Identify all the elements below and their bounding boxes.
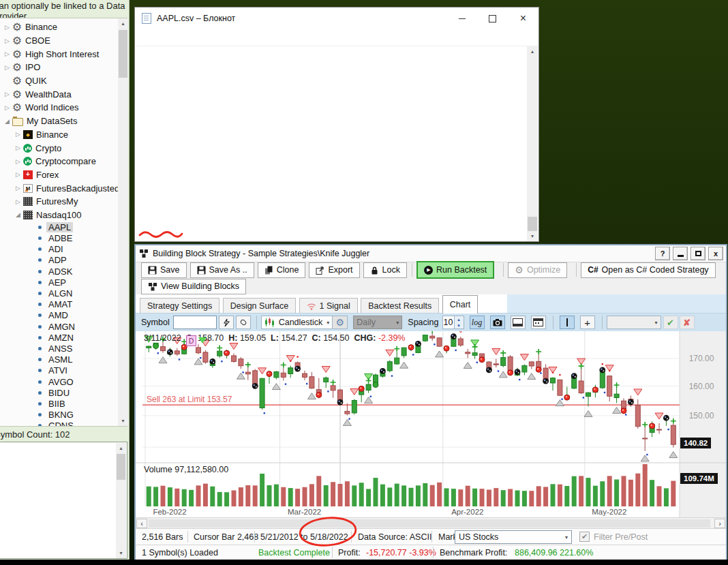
symbol-item[interactable]: AEP	[0, 277, 127, 288]
notepad-titlebar[interactable]: AAPL.csv – Блокнот ×	[135, 7, 539, 29]
tree-item[interactable]: ▷ FuturesMy	[0, 195, 127, 209]
clone-button[interactable]: Clone	[258, 262, 306, 278]
symbol-go-button[interactable]	[219, 316, 234, 329]
maximize-button[interactable]	[691, 247, 706, 260]
tree-expander-icon[interactable]: ▷	[2, 24, 12, 31]
tree-item[interactable]: ◢ My DataSets	[0, 114, 127, 128]
symbol-item[interactable]: ADBE	[0, 233, 127, 244]
add-indicator-button[interactable]: +	[580, 316, 595, 329]
symbol-item[interactable]: ASML	[0, 354, 127, 365]
symbol-item[interactable]: ADP	[0, 255, 127, 266]
symbol-item[interactable]: AMZN	[0, 332, 127, 343]
export-button[interactable]: Export	[309, 262, 359, 278]
tree-expander-icon[interactable]: ◢	[13, 211, 23, 218]
tab-chart[interactable]: Chart	[442, 295, 479, 314]
run-backtest-button[interactable]: ▶ Run Backtest	[416, 261, 494, 279]
tree-item[interactable]: ▷ Crypto	[0, 141, 127, 155]
help-button[interactable]: ?	[655, 247, 670, 260]
minimize-button[interactable]	[446, 8, 477, 29]
tree-item[interactable]: ▷ FuturesBackadjusted	[0, 181, 127, 195]
tree-item[interactable]: QUIK	[0, 74, 127, 88]
tree-expander-icon[interactable]: ▷	[13, 144, 23, 151]
scroll-down-icon[interactable]: ▾	[116, 548, 126, 558]
scroll-up-icon[interactable]: ▴	[527, 46, 538, 57]
spin-down-icon[interactable]: ▼	[455, 322, 464, 329]
scroll-left-icon[interactable]: ‹	[136, 519, 147, 528]
symbol-input[interactable]	[173, 316, 217, 329]
open-csharp-button[interactable]: C# Open as C# Coded Strategy	[581, 262, 715, 278]
snapshot-button[interactable]	[490, 316, 505, 329]
tree-item[interactable]: ▷ IPO	[0, 61, 127, 74]
tree-expander-icon[interactable]: ▷	[2, 64, 12, 71]
tree-item[interactable]: ▷ World Indices	[0, 101, 127, 114]
tab-design-surface[interactable]: Design Surface	[223, 298, 296, 314]
symbol-count-box[interactable]: ▴ ▾	[0, 442, 127, 559]
notepad-text[interactable]	[139, 47, 525, 241]
symbol-item[interactable]: BIDU	[0, 387, 127, 398]
close-button[interactable]: ×	[508, 8, 539, 29]
chart-style-dropdown[interactable]: Candlestick▾	[261, 316, 333, 329]
scroll-thumb[interactable]	[149, 519, 710, 528]
tree-expander-icon[interactable]: ▷	[2, 37, 12, 44]
spacing-stepper[interactable]: 10 ▲▼	[442, 316, 464, 329]
tree-expander-icon[interactable]: ▷	[2, 104, 12, 111]
top-panel-button[interactable]	[531, 316, 546, 329]
scroll-down-icon[interactable]: ▾	[527, 231, 538, 241]
cancel-button[interactable]: ✘	[680, 316, 695, 329]
lock-button[interactable]: Lock	[363, 262, 407, 278]
tree-item[interactable]: ◢ Nasdaq100	[0, 209, 127, 222]
symbol-item[interactable]: AVGO	[0, 376, 127, 387]
tree-expander-icon[interactable]: ▷	[13, 171, 23, 178]
tree-scroll-thumb[interactable]	[119, 30, 127, 78]
save-button[interactable]: Save	[141, 262, 187, 278]
tree-expander-icon[interactable]: ▷	[2, 91, 12, 97]
tree-scrollbar[interactable]: ▴ ▾	[118, 18, 128, 426]
tab-backtest-results[interactable]: Backtest Results	[361, 298, 439, 314]
tab-signal[interactable]: 1 Signal	[299, 298, 358, 314]
scroll-up-icon[interactable]: ▴	[116, 443, 126, 453]
tree-item[interactable]: ▷ CBOE	[0, 34, 127, 48]
tree-item[interactable]: ▷ High Short Interest	[0, 47, 127, 61]
symbol-item[interactable]: ADSK	[0, 266, 127, 277]
symbol-item[interactable]: ALGN	[0, 288, 127, 299]
tree-expander-icon[interactable]: ▷	[2, 50, 12, 57]
notepad-scrollbar[interactable]: ▴ ▾	[527, 46, 538, 241]
filter-prepost-checkbox[interactable]: ✔	[579, 532, 590, 542]
annotation-dropdown[interactable]: ▾	[607, 316, 661, 329]
scroll-up-icon[interactable]: ▴	[118, 18, 128, 29]
minimize-button[interactable]	[673, 247, 688, 260]
symbol-item[interactable]: AMGN	[0, 321, 127, 332]
symbol-item[interactable]: ADI	[0, 244, 127, 255]
tab-strategy-settings[interactable]: Strategy Settings	[140, 298, 219, 314]
tree-expander-icon[interactable]: ▷	[13, 131, 23, 138]
symbol-box-scrollbar[interactable]: ▴ ▾	[116, 443, 126, 558]
scale-dropdown[interactable]: Daily▾	[353, 316, 402, 329]
optimize-button[interactable]: ⚙ Optimize	[508, 262, 567, 278]
symbol-item[interactable]: BKNG	[0, 410, 127, 421]
symbol-item[interactable]: CDNS	[0, 421, 127, 427]
tree-expander-icon[interactable]: ◢	[2, 118, 12, 125]
bottom-panel-button[interactable]	[511, 316, 526, 329]
log-scale-button[interactable]: log	[470, 316, 485, 329]
spin-up-icon[interactable]: ▲	[455, 316, 464, 322]
strategy-titlebar[interactable]: Building Block Strategy - Sample Strateg…	[136, 245, 726, 262]
scroll-down-icon[interactable]: ▾	[118, 416, 128, 426]
tree-item[interactable]: ▷ Cryptocompare	[0, 155, 127, 168]
symbol-item[interactable]: BIIB	[0, 398, 127, 409]
view-building-blocks-button[interactable]: View Building Blocks	[141, 279, 246, 294]
tree-item[interactable]: ▷ Forex	[0, 168, 127, 182]
symbol-item[interactable]: ANSS	[0, 343, 127, 354]
chart-horizontal-scrollbar[interactable]: ‹ ›	[136, 517, 726, 529]
tree-item[interactable]: ▷ WealthData	[0, 87, 127, 101]
market-dropdown[interactable]: US Stocks▾	[455, 530, 572, 544]
tree-item[interactable]: ▷ Binance	[0, 20, 127, 34]
chart-style-settings-button[interactable]: ⚙	[333, 316, 348, 329]
symbol-item[interactable]: AMD	[0, 310, 127, 321]
link-button[interactable]	[236, 316, 251, 329]
symbol-item[interactable]: AMAT	[0, 299, 127, 310]
maximize-button[interactable]	[477, 8, 508, 29]
datasets-tree[interactable]: ▷ Binance ▷ CBOE ▷ High Short Interest ▷	[0, 18, 127, 427]
tree-expander-icon[interactable]: ▷	[13, 185, 23, 192]
close-button[interactable]: x	[708, 247, 723, 260]
cursor-tool-button[interactable]	[560, 316, 575, 329]
